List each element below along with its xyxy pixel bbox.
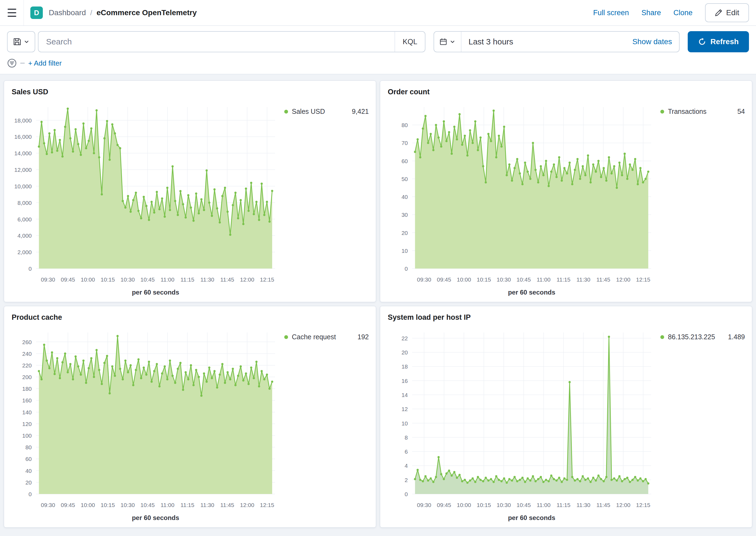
sales-usd-area-chart[interactable]: 02,0004,0006,0008,00010,00012,00014,0001… bbox=[4, 98, 282, 299]
svg-text:240: 240 bbox=[22, 351, 32, 357]
svg-text:6,000: 6,000 bbox=[17, 216, 32, 222]
panel-system-load: System load per host IP 0246810121416182… bbox=[380, 306, 752, 528]
svg-text:09:30: 09:30 bbox=[41, 276, 55, 283]
filter-divider bbox=[20, 63, 25, 63]
chart-legend[interactable]: Transactions 54 bbox=[660, 108, 745, 116]
svg-text:14,000: 14,000 bbox=[15, 150, 32, 156]
chart-legend[interactable]: 86.135.213.225 1.489 bbox=[660, 333, 745, 341]
svg-text:12:00: 12:00 bbox=[616, 502, 631, 508]
svg-text:120: 120 bbox=[22, 421, 32, 427]
legend-series-label: Sales USD bbox=[292, 108, 325, 116]
product-cache-area-chart[interactable]: 02040608010012014016018020022024026009:3… bbox=[4, 323, 282, 524]
time-range-value[interactable]: Last 3 hours bbox=[461, 37, 625, 46]
chevron-down-icon bbox=[449, 39, 455, 45]
hamburger-icon bbox=[8, 9, 16, 17]
svg-text:11:45: 11:45 bbox=[596, 502, 610, 508]
panel-title[interactable]: Sales USD bbox=[12, 88, 376, 96]
svg-text:09:45: 09:45 bbox=[437, 502, 451, 508]
svg-text:12:15: 12:15 bbox=[260, 276, 274, 283]
svg-text:12:00: 12:00 bbox=[616, 276, 631, 283]
svg-text:10:00: 10:00 bbox=[81, 502, 95, 508]
svg-text:10:30: 10:30 bbox=[120, 502, 135, 508]
refresh-button[interactable]: Refresh bbox=[688, 31, 749, 52]
svg-text:10:15: 10:15 bbox=[477, 502, 491, 508]
filter-bar: + Add filter bbox=[0, 56, 756, 74]
svg-text:8,000: 8,000 bbox=[17, 200, 32, 206]
svg-text:11:45: 11:45 bbox=[220, 276, 234, 283]
svg-text:per 60 seconds: per 60 seconds bbox=[508, 514, 555, 521]
svg-text:40: 40 bbox=[25, 468, 32, 474]
breadcrumb-dashboard[interactable]: Dashboard bbox=[49, 8, 86, 17]
svg-text:0: 0 bbox=[405, 266, 408, 272]
clone-link[interactable]: Clone bbox=[674, 9, 693, 17]
system-load-area-chart[interactable]: 024681012141618202209:3009:4510:0010:151… bbox=[380, 323, 659, 524]
legend-series-value: 192 bbox=[357, 333, 369, 341]
svg-text:2: 2 bbox=[405, 477, 408, 483]
legend-series-dot bbox=[660, 335, 664, 339]
svg-text:220: 220 bbox=[22, 362, 32, 369]
breadcrumb: Dashboard / eCommerce OpenTelemetry bbox=[49, 8, 197, 17]
panel-title[interactable]: Product cache bbox=[12, 313, 376, 322]
svg-text:11:30: 11:30 bbox=[201, 276, 214, 283]
chevron-down-icon bbox=[23, 39, 30, 45]
svg-text:80: 80 bbox=[25, 444, 32, 451]
svg-text:10:15: 10:15 bbox=[101, 502, 115, 508]
show-dates-button[interactable]: Show dates bbox=[625, 37, 679, 46]
header: D Dashboard / eCommerce OpenTelemetry Fu… bbox=[0, 0, 756, 26]
svg-text:0: 0 bbox=[28, 266, 32, 272]
saved-query-menu-button[interactable] bbox=[7, 31, 35, 52]
svg-text:8: 8 bbox=[405, 434, 408, 441]
svg-text:20: 20 bbox=[402, 349, 408, 355]
query-language-button[interactable]: KQL bbox=[395, 32, 425, 52]
svg-text:11:45: 11:45 bbox=[596, 276, 610, 283]
svg-text:09:45: 09:45 bbox=[437, 276, 451, 283]
search-input[interactable] bbox=[39, 32, 395, 52]
add-filter-button[interactable]: + Add filter bbox=[28, 59, 62, 67]
svg-text:30: 30 bbox=[402, 212, 408, 218]
query-bar: KQL Last 3 hours Show dates Refresh bbox=[0, 26, 756, 56]
svg-text:22: 22 bbox=[402, 335, 408, 341]
svg-text:11:00: 11:00 bbox=[537, 502, 551, 508]
space-avatar[interactable]: D bbox=[30, 7, 43, 19]
breadcrumb-current: eCommerce OpenTelemetry bbox=[96, 8, 197, 17]
svg-text:16: 16 bbox=[402, 378, 408, 384]
svg-text:160: 160 bbox=[22, 397, 32, 404]
svg-text:11:45: 11:45 bbox=[220, 502, 234, 508]
svg-text:10: 10 bbox=[402, 248, 408, 254]
svg-text:11:30: 11:30 bbox=[201, 502, 214, 508]
svg-text:50: 50 bbox=[402, 176, 408, 182]
edit-button-label: Edit bbox=[726, 8, 739, 17]
full-screen-link[interactable]: Full screen bbox=[593, 9, 629, 17]
svg-text:09:30: 09:30 bbox=[417, 276, 431, 283]
svg-text:60: 60 bbox=[402, 158, 408, 164]
svg-text:11:15: 11:15 bbox=[557, 276, 571, 283]
svg-text:40: 40 bbox=[402, 194, 408, 200]
search-box: KQL bbox=[38, 31, 425, 52]
panel-title[interactable]: Order count bbox=[388, 88, 752, 96]
pencil-icon bbox=[715, 9, 722, 17]
date-picker-menu-button[interactable] bbox=[434, 32, 461, 52]
order-count-area-chart[interactable]: 0102030405060708009:3009:4510:0010:1510:… bbox=[380, 98, 659, 299]
svg-text:10: 10 bbox=[402, 420, 408, 426]
panel-title[interactable]: System load per host IP bbox=[388, 313, 752, 322]
svg-text:10,000: 10,000 bbox=[15, 183, 32, 189]
panel-product-cache: Product cache 02040608010012014016018020… bbox=[4, 306, 376, 528]
svg-text:18: 18 bbox=[402, 363, 408, 370]
svg-text:10:30: 10:30 bbox=[497, 502, 511, 508]
filter-icon[interactable] bbox=[7, 58, 17, 68]
svg-text:10:00: 10:00 bbox=[457, 276, 471, 283]
svg-text:16,000: 16,000 bbox=[15, 134, 32, 140]
menu-button[interactable] bbox=[0, 0, 24, 25]
chart-legend[interactable]: Cache request 192 bbox=[284, 333, 369, 341]
chart-legend[interactable]: Sales USD 9,421 bbox=[284, 108, 369, 116]
svg-text:12:15: 12:15 bbox=[636, 276, 650, 283]
svg-text:14: 14 bbox=[402, 392, 408, 398]
svg-text:10:30: 10:30 bbox=[120, 276, 135, 283]
edit-button[interactable]: Edit bbox=[705, 3, 749, 22]
legend-series-dot bbox=[284, 110, 288, 114]
share-link[interactable]: Share bbox=[641, 9, 661, 17]
svg-text:per 60 seconds: per 60 seconds bbox=[132, 514, 180, 521]
svg-text:18,000: 18,000 bbox=[15, 117, 32, 123]
svg-text:10:45: 10:45 bbox=[516, 502, 531, 508]
svg-text:10:15: 10:15 bbox=[101, 276, 115, 283]
